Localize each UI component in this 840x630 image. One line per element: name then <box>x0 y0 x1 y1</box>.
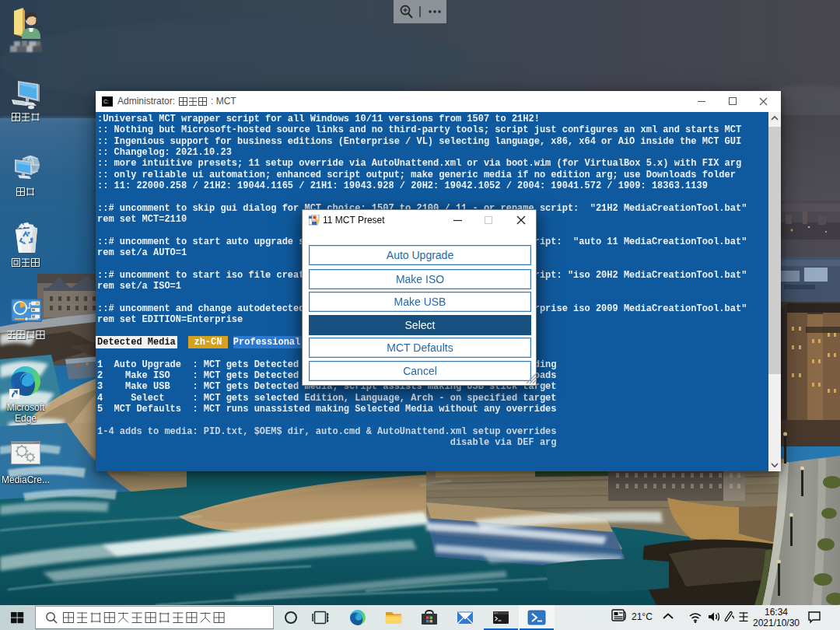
svg-text:C:: C: <box>103 99 109 104</box>
